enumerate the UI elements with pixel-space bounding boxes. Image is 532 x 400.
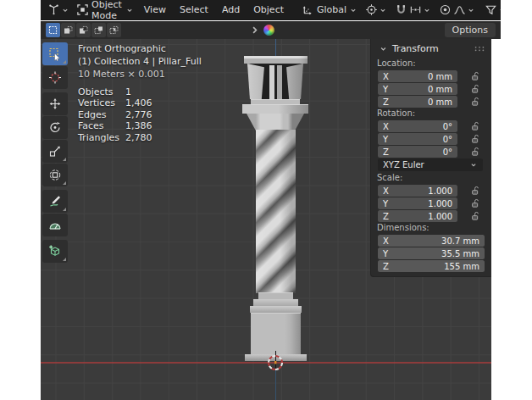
location-z-row: Z0 mm bbox=[376, 96, 486, 108]
select-mode-buttons bbox=[46, 23, 122, 37]
lock-open-icon[interactable] bbox=[469, 120, 481, 132]
dimensions-x-row: X30.7 mm bbox=[376, 235, 486, 247]
transform-orientation-icon bbox=[301, 3, 314, 17]
menu-object[interactable]: Object bbox=[247, 3, 290, 17]
location-x-row: X0 mm bbox=[376, 70, 486, 82]
grip-icon[interactable] bbox=[473, 42, 486, 56]
editor-3d-viewport-icon bbox=[47, 3, 60, 17]
rotation-label: Rotation: bbox=[377, 108, 486, 119]
breadcrumb-chevron-icon[interactable] bbox=[247, 24, 261, 37]
preview-breadcrumb[interactable] bbox=[247, 24, 274, 37]
snapping-controls[interactable] bbox=[391, 3, 434, 18]
location-y-field[interactable]: Y0 mm bbox=[378, 83, 457, 95]
editor-type-button[interactable] bbox=[44, 3, 72, 18]
mode-subtract-icon bbox=[77, 24, 91, 37]
transform-panel-header[interactable]: Transform bbox=[376, 42, 486, 56]
select-mode-extend-button[interactable] bbox=[61, 23, 75, 37]
select-box-tool-button[interactable] bbox=[42, 42, 68, 65]
lock-open-icon[interactable] bbox=[469, 210, 481, 222]
proportional-falloff-icon bbox=[452, 3, 466, 17]
proportional-editing-icon[interactable] bbox=[438, 3, 452, 17]
snap-magnet-icon[interactable] bbox=[394, 3, 407, 17]
dimensions-x-field[interactable]: X30.7 mm bbox=[378, 235, 485, 247]
menu-select[interactable]: Select bbox=[174, 3, 214, 17]
chevron-down-icon bbox=[61, 3, 69, 17]
orientation-label: Global bbox=[315, 4, 348, 15]
pillar-base-step bbox=[250, 306, 302, 313]
rotation-mode-dropdown[interactable]: XYZ Euler bbox=[378, 158, 483, 171]
rotate-tool-button[interactable] bbox=[42, 116, 68, 139]
pivot-point-icon bbox=[364, 3, 378, 17]
cursor-3d[interactable] bbox=[263, 351, 287, 375]
mode-set-icon bbox=[47, 24, 60, 37]
proportional-editing-controls[interactable] bbox=[435, 3, 478, 18]
view-object-types-button[interactable] bbox=[481, 3, 501, 18]
toolbar bbox=[42, 42, 68, 264]
dimensions-label: Dimensions: bbox=[377, 223, 486, 234]
annotate-icon bbox=[48, 195, 62, 208]
scale-x-field[interactable]: X1.000 bbox=[378, 185, 457, 197]
scale-tool-button[interactable] bbox=[42, 140, 68, 163]
lock-open-icon[interactable] bbox=[469, 185, 481, 197]
measure-tool-button[interactable] bbox=[42, 214, 68, 236]
rotation-x-row: X0° bbox=[376, 120, 486, 132]
chevron-down-icon bbox=[125, 3, 134, 17]
dimensions-y-row: Y35.5 mm bbox=[376, 247, 486, 259]
mode-selector[interactable]: Object Mode bbox=[74, 0, 136, 20]
lock-open-icon[interactable] bbox=[469, 96, 481, 108]
cursor-icon bbox=[48, 71, 62, 85]
add-cube-tool-button[interactable] bbox=[42, 240, 68, 263]
select-mode-subtract-button[interactable] bbox=[76, 23, 91, 37]
viewport-3d[interactable]: Front Orthographic (1) Collection 4 | Pi… bbox=[41, 39, 491, 400]
transform-orientation-selector[interactable]: Global bbox=[298, 3, 360, 18]
move-icon bbox=[48, 97, 62, 111]
lock-open-icon[interactable] bbox=[469, 70, 481, 82]
material-preview-sphere-icon[interactable] bbox=[263, 25, 274, 36]
stat-row: Objects1 bbox=[78, 86, 152, 97]
scale-label: 10 Meters × 0.001 bbox=[78, 68, 202, 81]
transform-tool-button[interactable] bbox=[42, 164, 68, 186]
view-label: Front Orthographic bbox=[78, 42, 202, 55]
select-mode-set-button[interactable] bbox=[46, 23, 60, 37]
select-mode-intersect-button[interactable] bbox=[107, 23, 121, 37]
mode-label: Object Mode bbox=[90, 0, 125, 20]
scale-y-field[interactable]: Y1.000 bbox=[378, 197, 457, 209]
chevron-down-icon bbox=[376, 42, 390, 56]
menu-add[interactable]: Add bbox=[216, 3, 246, 17]
lock-open-icon[interactable] bbox=[469, 83, 481, 95]
rotation-z-field[interactable]: Z0° bbox=[378, 146, 457, 158]
rotation-x-field[interactable]: X0° bbox=[378, 120, 457, 132]
chevron-down-icon bbox=[469, 161, 478, 169]
dimensions-z-field[interactable]: Z155 mm bbox=[378, 260, 485, 272]
object-mode-icon bbox=[76, 3, 89, 17]
lock-open-icon[interactable] bbox=[469, 133, 481, 145]
mode-invert-icon bbox=[92, 24, 106, 37]
rotation-y-field[interactable]: Y0° bbox=[378, 133, 457, 145]
pillar-collar bbox=[242, 104, 308, 114]
chevron-down-icon bbox=[423, 3, 431, 17]
scale-icon bbox=[48, 145, 62, 158]
lock-open-icon[interactable] bbox=[469, 146, 481, 158]
lock-open-icon[interactable] bbox=[469, 197, 481, 209]
menu-view[interactable]: View bbox=[138, 3, 172, 17]
options-button[interactable]: Options bbox=[445, 23, 496, 37]
dimensions-y-field[interactable]: Y35.5 mm bbox=[378, 247, 485, 259]
measure-icon bbox=[48, 219, 62, 232]
scale-z-field[interactable]: Z1.000 bbox=[378, 210, 457, 222]
viewport-overlay-text: Front Orthographic (1) Collection 4 | Pi… bbox=[78, 42, 202, 81]
location-z-field[interactable]: Z0 mm bbox=[378, 96, 457, 108]
cursor-tool-button[interactable] bbox=[42, 66, 68, 89]
chevron-down-icon bbox=[349, 3, 357, 17]
blender-screenshot: Object Mode View Select Add Object Globa… bbox=[0, 0, 532, 400]
move-tool-button[interactable] bbox=[42, 92, 68, 115]
select-box-icon bbox=[48, 47, 62, 61]
snap-target-icon bbox=[408, 3, 422, 17]
scale-label: Scale: bbox=[377, 173, 486, 184]
pivot-point-selector[interactable] bbox=[362, 3, 390, 18]
annotate-tool-button[interactable] bbox=[42, 190, 68, 213]
chevron-down-icon bbox=[467, 3, 475, 17]
pillar-tapered-bowl bbox=[247, 114, 304, 131]
select-mode-invert-button[interactable] bbox=[91, 23, 106, 37]
location-x-field[interactable]: X0 mm bbox=[378, 70, 457, 82]
pillar-base-step bbox=[253, 299, 298, 306]
